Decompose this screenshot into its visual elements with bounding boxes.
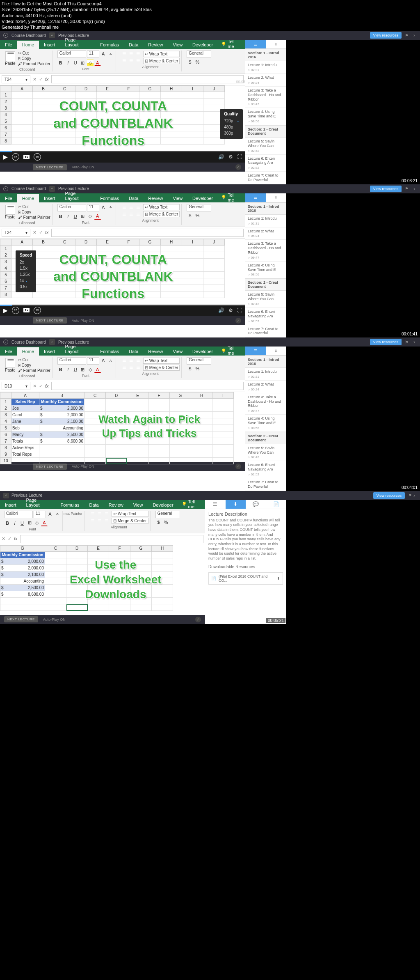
underline-button[interactable]: U	[72, 60, 79, 66]
sidebar-tab-download[interactable]: ⬇	[266, 40, 286, 48]
sidebar-lecture-1[interactable]: Lecture 1: Introdu02:31	[245, 61, 286, 74]
desc-tab-notes[interactable]: 📄	[266, 500, 287, 509]
tab-file[interactable]: File	[0, 41, 17, 49]
font-color-button[interactable]: A	[94, 60, 101, 66]
tab-review[interactable]: Review	[143, 41, 168, 49]
border-button[interactable]: ⊞	[80, 60, 86, 66]
cancel-formula-icon[interactable]: ✕	[33, 77, 37, 82]
align-center-icon[interactable]: ≡	[128, 57, 135, 64]
tell-me-label[interactable]: Tell me	[228, 39, 242, 49]
format-painter-button[interactable]: 🖌Format Painter	[18, 62, 50, 66]
align-right-icon[interactable]: ≡	[135, 57, 142, 64]
back-icon[interactable]: ‹	[3, 186, 8, 191]
sidebar-tab-list[interactable]: ☰	[245, 40, 266, 48]
speed-0.5x[interactable]: 0.5x	[20, 284, 32, 290]
tab-insert[interactable]: Insert	[39, 41, 60, 49]
excel-ribbon: File Home Insert Page Layout Formulas Da…	[0, 40, 245, 85]
sidebar-lecture-7[interactable]: Lecture 7: Creat to Do Powerful	[245, 172, 286, 184]
increase-font-icon[interactable]: A	[100, 50, 107, 57]
fx-icon[interactable]: fx	[45, 77, 49, 82]
speed-1x[interactable]: 1x	[20, 278, 32, 284]
fullscreen-icon[interactable]: ⛶	[237, 154, 242, 160]
view-resources-button[interactable]: View resources	[370, 186, 402, 192]
download-file-item[interactable]: 📄 (File) Excel 2016 COUNT and CO... ⬇	[208, 572, 283, 585]
alignment-group-label: Alignment	[142, 65, 159, 69]
file-icon: 📄	[211, 576, 216, 581]
speed-indicator[interactable]: 1x	[23, 155, 30, 159]
accept-formula-icon[interactable]: ✓	[39, 77, 43, 82]
progress-bar[interactable]	[0, 151, 245, 152]
font-name-select[interactable]: Calibri	[57, 50, 86, 58]
brush-icon: 🖌	[18, 62, 22, 66]
merge-icon: ⊟	[145, 59, 148, 63]
complete-check-icon[interactable]: ✓	[235, 164, 241, 170]
align-top-icon[interactable]: ≡	[121, 50, 128, 57]
video-title-overlay: COUNT, COUNTAand COUNTBLANKFunctions	[53, 251, 173, 303]
tab-view[interactable]: View	[168, 41, 187, 49]
quality-360p[interactable]: 360p	[224, 130, 239, 136]
percent-icon[interactable]: %	[194, 59, 201, 65]
desc-tab-download[interactable]: ⬇	[226, 500, 246, 509]
desc-tab-chat[interactable]: 💬	[246, 500, 266, 509]
view-resources-button[interactable]: View resources	[370, 32, 402, 39]
align-left-icon[interactable]: ≡	[121, 57, 128, 64]
decrease-font-icon[interactable]: A	[107, 50, 114, 57]
desc-tab-list[interactable]: ☰	[205, 500, 226, 509]
sidebar-lecture-2[interactable]: Lecture 2: What05:24	[245, 74, 286, 87]
quality-720p[interactable]: 720p	[224, 118, 239, 124]
forward-15-button[interactable]: 15	[34, 153, 41, 161]
play-button[interactable]: ▶	[3, 154, 8, 160]
speed-2x[interactable]: 2x	[20, 259, 32, 265]
italic-button[interactable]: I	[65, 60, 71, 66]
copy-button[interactable]: ⎘Copy	[18, 56, 50, 61]
quality-menu: Quality 720p 480p 360p	[220, 109, 243, 139]
dashboard-link[interactable]: Course Dashboard	[11, 33, 46, 38]
volume-icon[interactable]: 🔊	[218, 154, 224, 160]
flag-icon[interactable]: ⚑	[405, 186, 409, 191]
quality-480p[interactable]: 480p	[224, 124, 239, 130]
currency-icon[interactable]: $	[187, 59, 193, 65]
tab-data[interactable]: Data	[124, 41, 143, 49]
lightbulb-icon: 💡	[221, 42, 226, 46]
formula-bar[interactable]	[51, 75, 244, 83]
paste-button[interactable]: Paste	[4, 50, 16, 67]
align-mid-icon[interactable]: ≡	[128, 50, 135, 57]
flag-icon[interactable]: ⚑	[405, 33, 409, 38]
speed-1.25x[interactable]: 1.25x	[20, 271, 32, 278]
wrap-text-button[interactable]: ↩Wrap Text	[143, 51, 180, 57]
sidebar-lecture-4[interactable]: Lecture 4: Using Save Time and E08:56	[245, 108, 286, 125]
cut-button[interactable]: ✂Cut	[18, 51, 50, 55]
bold-button[interactable]: B	[57, 60, 64, 66]
merge-center-button[interactable]: ⊟Merge & Center	[143, 58, 180, 64]
sidebar-lecture-6[interactable]: Lecture 6: Enteri Navagating Aro02:52	[245, 155, 286, 172]
autoplay-toggle[interactable]: Auto-Play ON	[72, 165, 94, 169]
spreadsheet-grid[interactable]: ABCDEFGHIJ 1 2 3 4 5 6 7 8 COUNT, COUNTA…	[0, 85, 245, 151]
tab-developer[interactable]: Developer	[187, 41, 218, 49]
fill-color-button[interactable]: ◇	[87, 60, 94, 66]
video-timestamp: 00:05	[236, 80, 245, 84]
font-size-select[interactable]: 11	[87, 50, 99, 58]
settings-icon[interactable]: ⚙	[228, 154, 233, 160]
next-arrow-icon[interactable]: ›	[412, 32, 417, 38]
back-icon[interactable]: ‹	[3, 33, 8, 38]
sidebar-lecture-5[interactable]: Lecture 5: Savin Where You Can02:42	[245, 138, 286, 155]
download-icon[interactable]: ⬇	[277, 576, 280, 581]
nav-up-icon[interactable]: ^	[49, 186, 55, 192]
next-lecture-button[interactable]: NEXT LECTURE	[33, 164, 67, 170]
tab-home[interactable]: Home	[17, 41, 39, 49]
meta-gen: Generated by Thumbnail me	[2, 24, 418, 30]
select-all-corner[interactable]	[0, 85, 11, 92]
selected-cell-d10[interactable]	[106, 458, 127, 464]
dashboard-link[interactable]: Course Dashboard	[11, 186, 46, 191]
speed-1.5x[interactable]: 1.5x	[20, 265, 32, 271]
name-box[interactable]: T24▾	[2, 75, 30, 83]
next-arrow-icon[interactable]: ›	[412, 186, 417, 192]
tab-formulas[interactable]: Formulas	[95, 41, 124, 49]
rewind-15-button[interactable]: 15	[12, 153, 19, 161]
wrap-icon: ↩	[145, 52, 148, 56]
tab-pagelayout[interactable]: Page Layout	[60, 36, 96, 49]
nav-up-icon[interactable]: ^	[49, 32, 55, 38]
number-format-select[interactable]: General	[187, 50, 211, 58]
sidebar-lecture-3[interactable]: Lecture 3: Take a Dashboard - Ho and Rib…	[245, 87, 286, 108]
align-bot-icon[interactable]: ≡	[135, 50, 142, 57]
